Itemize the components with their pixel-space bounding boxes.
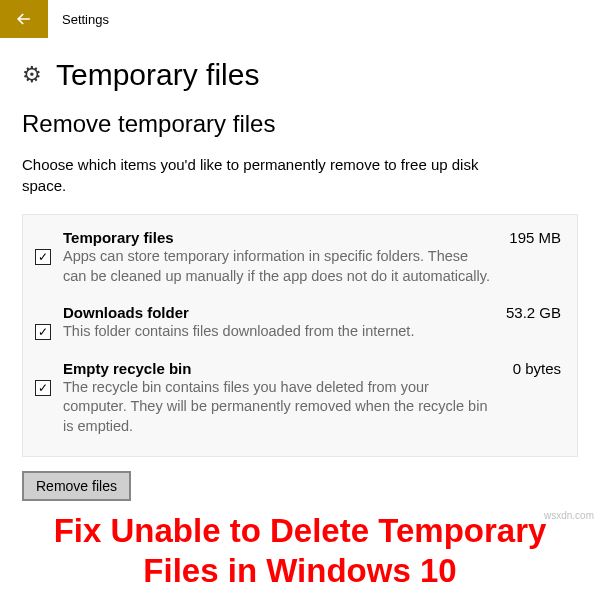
back-button[interactable]: [0, 0, 48, 38]
item-title: Downloads folder: [63, 304, 189, 321]
watermark: wsxdn.com: [544, 510, 594, 521]
title-bar: Settings: [0, 0, 600, 38]
item-description: This folder contains files downloaded fr…: [63, 322, 493, 342]
item-size: 195 MB: [499, 229, 561, 246]
item-description: The recycle bin contains files you have …: [63, 378, 493, 437]
checkbox-temporary-files[interactable]: ✓: [35, 249, 51, 265]
item-body: Downloads folder 53.2 GB This folder con…: [63, 304, 561, 342]
page-title: Temporary files: [56, 58, 259, 92]
item-downloads-folder: ✓ Downloads folder 53.2 GB This folder c…: [33, 296, 563, 352]
item-empty-recycle-bin: ✓ Empty recycle bin 0 bytes The recycle …: [33, 352, 563, 447]
section-description: Choose which items you'd like to permane…: [22, 154, 512, 196]
item-head: Downloads folder 53.2 GB: [63, 304, 561, 321]
item-size: 0 bytes: [503, 360, 561, 377]
item-body: Empty recycle bin 0 bytes The recycle bi…: [63, 360, 561, 437]
page-header: ⚙ Temporary files: [0, 38, 600, 110]
item-temporary-files: ✓ Temporary files 195 MB Apps can store …: [33, 221, 563, 296]
app-title: Settings: [48, 0, 109, 38]
checkbox-downloads-folder[interactable]: ✓: [35, 324, 51, 340]
checkbox-empty-recycle-bin[interactable]: ✓: [35, 380, 51, 396]
gear-icon: ⚙: [22, 62, 42, 88]
remove-files-button[interactable]: Remove files: [22, 471, 131, 501]
overlay-caption: Fix Unable to Delete Temporary Files in …: [0, 501, 600, 590]
item-head: Empty recycle bin 0 bytes: [63, 360, 561, 377]
item-title: Empty recycle bin: [63, 360, 191, 377]
item-title: Temporary files: [63, 229, 174, 246]
back-arrow-icon: [14, 9, 34, 29]
content-area: Remove temporary files Choose which item…: [0, 110, 600, 501]
item-body: Temporary files 195 MB Apps can store te…: [63, 229, 561, 286]
item-description: Apps can store temporary information in …: [63, 247, 493, 286]
item-size: 53.2 GB: [496, 304, 561, 321]
section-title: Remove temporary files: [22, 110, 578, 138]
items-panel: ✓ Temporary files 195 MB Apps can store …: [22, 214, 578, 457]
item-head: Temporary files 195 MB: [63, 229, 561, 246]
